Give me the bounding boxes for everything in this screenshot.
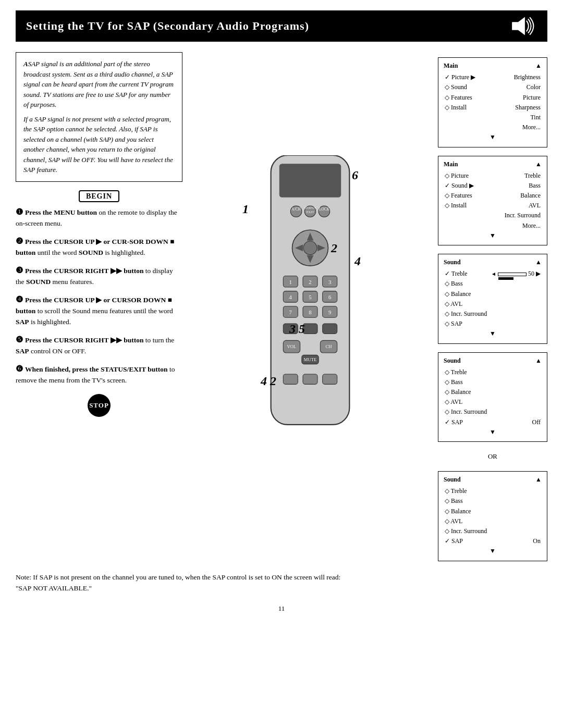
- remote-svg: 1 2 3 4 5 6 7 8 9 VOL CH MUTE: [253, 155, 368, 447]
- menu3-bass: ◇ Bass: [444, 279, 542, 289]
- menu2-picture: ◇ Picture Treble: [444, 171, 542, 181]
- svg-text:9: 9: [328, 309, 331, 315]
- svg-text:5: 5: [309, 294, 311, 300]
- menu4-treble: ◇ Treble: [444, 367, 542, 377]
- menu4-incr: ◇ Incr. Surround: [444, 407, 542, 417]
- step-2: ❷ Press the CURSOR UP ▶ or CUR-SOR DOWN …: [16, 235, 182, 258]
- step-1: ❶ Press the MENU button on the remote to…: [16, 206, 182, 229]
- menu-box-1: Main ▲ ✓ Picture ▶ Brightness ◇ Sound Co…: [438, 57, 547, 147]
- menu1-more: More...: [444, 122, 542, 132]
- menu2-more: More...: [444, 221, 542, 231]
- step-4: ❹ Press the CURSOR UP ▶ or CURSOR DOWN ■…: [16, 293, 182, 327]
- svg-text:6: 6: [328, 294, 332, 300]
- menu1-title: Main: [444, 61, 458, 71]
- note-text: Note: If SAP is not present on the chann…: [16, 572, 547, 583]
- menu5-incr: ◇ Incr. Surround: [444, 526, 542, 536]
- stop-badge: STOP: [16, 394, 182, 417]
- svg-text:8: 8: [309, 309, 311, 315]
- intro-paragraph1: ASAP signal is an additional part of the…: [23, 59, 175, 110]
- stop-label: STOP: [88, 394, 111, 417]
- step-4-label: 4: [354, 254, 361, 268]
- menu4-bass: ◇ Bass: [444, 377, 542, 387]
- menu3-avl: ◇ AVL: [444, 299, 542, 309]
- menu2-title: Main: [444, 159, 458, 169]
- step-4b-label: 4 2: [261, 374, 276, 388]
- menu4-sap: ✓ SAP Off: [444, 417, 542, 427]
- svg-text:STATUS: STATUS: [304, 206, 316, 210]
- svg-point-8: [303, 241, 317, 255]
- step-1-label: 1: [242, 202, 249, 216]
- menu5-treble: ◇ Treble: [444, 486, 542, 496]
- svg-rect-32: [303, 324, 317, 334]
- svg-text:EXIT: EXIT: [307, 210, 314, 214]
- menu5-bass: ◇ Bass: [444, 496, 542, 506]
- menu3-title: Sound: [444, 257, 461, 267]
- menu-box-3: Sound ▲ ✓ Treble ◄ 50 ▶ ◇ Bass ◇ Balance: [438, 254, 547, 344]
- svg-rect-42: [323, 374, 337, 384]
- menu3-treble: ✓ Treble ◄ 50 ▶: [444, 269, 542, 279]
- menu-box-2: Main ▲ ◇ Picture Treble ✓ Sound ▶ Bass ◇…: [438, 156, 547, 246]
- svg-text:LOCK: LOCK: [319, 207, 330, 212]
- menu5-avl: ◇ AVL: [444, 516, 542, 526]
- menu5-title: Sound: [444, 475, 461, 485]
- menu4-balance: ◇ Balance: [444, 387, 542, 397]
- menu3-sap: ◇ SAP: [444, 319, 542, 329]
- menu-box-5: Sound ▲ ◇ Treble ◇ Bass ◇ Balance ◇ AVL …: [438, 471, 547, 561]
- menu4-avl: ◇ AVL: [444, 397, 542, 407]
- menu1-install: ◇ Install Sharpness: [444, 103, 542, 113]
- note-quote: "SAP NOT AVAILABLE.": [16, 583, 547, 594]
- step-3-5-label: 3 5: [289, 322, 305, 336]
- svg-text:7: 7: [289, 309, 292, 315]
- svg-rect-40: [283, 374, 298, 384]
- svg-text:MUTE: MUTE: [304, 357, 316, 362]
- menu5-sap: ✓ SAP On: [444, 536, 542, 546]
- remote-area: 1 2 3 4 5 6 7 8 9 VOL CH MUTE: [242, 140, 378, 473]
- menu2-sound: ✓ Sound ▶ Bass: [444, 181, 542, 191]
- svg-marker-1: [518, 17, 525, 35]
- menu3-incr: ◇ Incr. Surround: [444, 309, 542, 319]
- svg-text:VOL: VOL: [287, 344, 297, 350]
- svg-rect-33: [323, 324, 337, 334]
- svg-rect-3: [279, 164, 341, 198]
- menu3-balance: ◇ Balance: [444, 289, 542, 299]
- intro-paragraph2: If a SAP signal is not present with a se…: [23, 114, 175, 175]
- intro-box: ASAP signal is an additional part of the…: [16, 52, 182, 182]
- page-header: Setting the TV for SAP (Secondary Audio …: [16, 10, 547, 42]
- step-3: ❸ Press the CURSOR RIGHT ▶▶ button to di…: [16, 264, 182, 287]
- menu2-incr: Incr. Surround: [444, 211, 542, 220]
- menu5-balance: ◇ Balance: [444, 507, 542, 516]
- speaker-icon-container: [511, 16, 537, 36]
- svg-rect-41: [303, 374, 317, 384]
- menu1-tint: Tint: [444, 113, 542, 122]
- menu-box-4: Sound ▲ ◇ Treble ◇ Bass ◇ Balance ◇ AVL …: [438, 352, 547, 442]
- speaker-icon: [511, 16, 537, 36]
- svg-text:CH: CH: [326, 344, 332, 350]
- note-section: Note: If SAP is not present on the chann…: [16, 572, 547, 594]
- menu1-sound: ◇ Sound Color: [444, 82, 542, 92]
- begin-label: BEGIN: [79, 190, 119, 202]
- menu1-features: ◇ Features Picture: [444, 93, 542, 103]
- menu4-title: Sound: [444, 356, 461, 366]
- step-6: ❻ When finished, press the STATUS/EXIT b…: [16, 363, 182, 386]
- or-label: OR: [438, 452, 547, 461]
- menu2-install: ◇ Install AVL: [444, 201, 542, 211]
- left-column: ASAP signal is an additional part of the…: [16, 52, 182, 561]
- main-content: ASAP signal is an additional part of the…: [16, 52, 547, 561]
- svg-text:3: 3: [328, 279, 331, 285]
- menu1-picture: ✓ Picture ▶ Brightness: [444, 72, 542, 82]
- step-6-label: 6: [352, 168, 358, 182]
- center-column: 1 2 3 4 5 6 7 8 9 VOL CH MUTE: [193, 52, 427, 561]
- svg-text:4: 4: [289, 294, 292, 300]
- page-number: 11: [0, 604, 563, 613]
- begin-badge: BEGIN: [16, 192, 182, 201]
- right-column: Main ▲ ✓ Picture ▶ Brightness ◇ Sound Co…: [438, 52, 547, 561]
- svg-text:1: 1: [289, 279, 292, 285]
- step-2-label: 2: [331, 241, 337, 255]
- svg-rect-0: [512, 22, 518, 30]
- svg-text:2: 2: [309, 279, 311, 285]
- page-title: Setting the TV for SAP (Secondary Audio …: [26, 19, 309, 33]
- svg-text:A/CH: A/CH: [291, 207, 301, 212]
- menu2-features: ◇ Features Balance: [444, 191, 542, 201]
- step-5: ❺ Press the CURSOR RIGHT ▶▶ button to tu…: [16, 334, 182, 356]
